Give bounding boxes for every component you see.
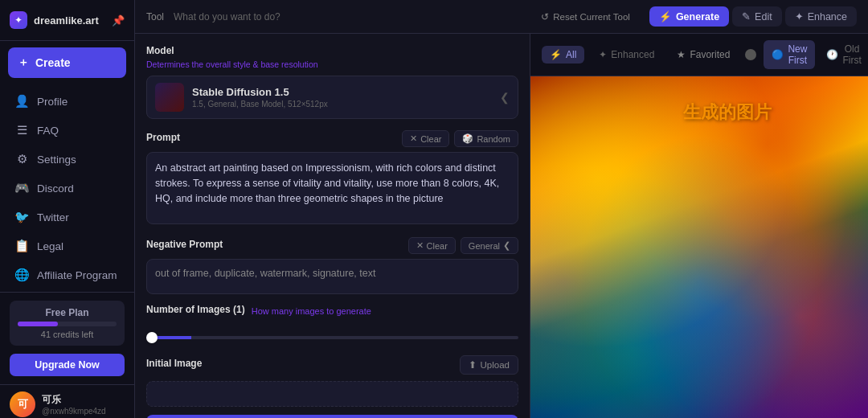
initial-image-section: Initial Image ⬆ Upload xyxy=(146,355,518,407)
sort-old-first-button[interactable]: 🕐 Old First xyxy=(818,40,868,69)
action-tabs: ⚡ Generate ✎ Edit ✦ Enhance xyxy=(649,6,857,27)
sidebar-item-legal[interactable]: 📋 Legal xyxy=(6,232,128,260)
filter-enhanced-button[interactable]: ✦ Enhanced xyxy=(591,46,662,64)
tool-label: Tool xyxy=(146,11,164,23)
prompt-section: Prompt ✕ Clear 🎲 Random An abstract art … xyxy=(146,130,518,227)
new-first-label: New First xyxy=(788,43,807,66)
clear-icon: ✕ xyxy=(410,133,417,144)
enhanced-icon: ✦ xyxy=(599,49,607,60)
discord-icon: 🎮 xyxy=(14,181,29,195)
upgrade-button[interactable]: Upgrade Now xyxy=(10,354,125,376)
sidebar-item-faq[interactable]: ☰ FAQ xyxy=(6,117,128,144)
twitter-icon: 🐦 xyxy=(14,210,29,224)
neg-general-label: General xyxy=(469,241,500,251)
user-handle: @nxwh9kmpe4zd xyxy=(42,407,125,416)
sidebar-item-label: FAQ xyxy=(37,125,59,137)
create-plus-icon: ＋ xyxy=(18,55,29,70)
prompt-clear-label: Clear xyxy=(420,134,441,144)
image-overlay-text: 生成的图片 xyxy=(683,100,772,125)
prompt-random-button[interactable]: 🎲 Random xyxy=(454,130,518,147)
neg-clear-icon: ✕ xyxy=(416,240,424,251)
filter-all-button[interactable]: ⚡ All xyxy=(542,46,584,64)
neg-clear-label: Clear xyxy=(427,241,448,251)
enhance-tab[interactable]: ✦ Enhance xyxy=(785,6,857,27)
sort-new-first-button[interactable]: 🔵 New First xyxy=(764,40,815,69)
initial-image-label: Initial Image xyxy=(146,358,202,369)
sidebar-item-label: Legal xyxy=(37,240,63,252)
create-label: Create xyxy=(35,56,71,69)
generate-icon: ⚡ xyxy=(659,10,672,23)
generate-main-button[interactable]: Generate 1 image (1.0 credit) Ctrl + G xyxy=(146,415,518,418)
enhanced-label: Enhanced xyxy=(611,49,654,60)
affiliate-icon: 🌐 xyxy=(14,268,29,282)
num-images-section: Number of Images (1) How many images to … xyxy=(146,304,518,346)
create-button[interactable]: ＋ Create xyxy=(8,47,126,78)
model-selector[interactable]: Stable Diffusion 1.5 1.5, General, Base … xyxy=(146,76,518,119)
reset-button[interactable]: ↺ Reset Current Tool xyxy=(534,8,637,26)
model-label: Model xyxy=(146,45,518,56)
sidebar-item-discord[interactable]: 🎮 Discord xyxy=(6,174,128,202)
upload-button[interactable]: ⬆ Upload xyxy=(460,355,518,375)
right-panel: ⚡ All ✦ Enhanced ★ Favorited xyxy=(530,34,868,418)
new-first-icon: 🔵 xyxy=(772,49,784,60)
model-info: Stable Diffusion 1.5 1.5, General, Base … xyxy=(192,86,492,109)
main-panel: Tool What do you want to do? ↺ Reset Cur… xyxy=(135,0,868,418)
logo-text: dreamlike.art xyxy=(34,14,99,27)
num-images-slider[interactable] xyxy=(146,336,518,339)
clock-icon: 🕐 xyxy=(826,49,838,60)
negative-prompt-label: Negative Prompt xyxy=(146,239,223,250)
generated-image xyxy=(530,76,868,418)
upload-icon: ⬆ xyxy=(469,359,477,371)
prompt-random-label: Random xyxy=(477,134,510,144)
all-icon: ⚡ xyxy=(550,49,562,60)
image-area: 生成的图片 xyxy=(530,76,868,418)
upload-label: Upload xyxy=(481,360,510,370)
prompt-header: Prompt ✕ Clear 🎲 Random xyxy=(146,130,518,147)
edit-tab-label: Edit xyxy=(755,11,772,23)
credits-bar xyxy=(18,322,58,326)
enhance-tab-label: Enhance xyxy=(808,11,847,23)
user-info: 可乐 @nxwh9kmpe4zd xyxy=(42,393,125,416)
filter-favorited-button[interactable]: ★ Favorited xyxy=(669,46,738,64)
sidebar-item-settings[interactable]: ⚙ Settings xyxy=(6,145,128,173)
prompt-textarea[interactable]: An abstract art painting based on Impres… xyxy=(146,152,518,224)
generate-tab[interactable]: ⚡ Generate xyxy=(649,6,729,27)
neg-general-button[interactable]: General ❮ xyxy=(461,237,518,254)
credits-text: 41 credits left xyxy=(18,330,117,339)
initial-image-dropzone[interactable] xyxy=(146,381,518,407)
sidebar-nav: 👤 Profile ☰ FAQ ⚙ Settings 🎮 Discord 🐦 T… xyxy=(0,84,134,292)
avatar: 可 xyxy=(10,391,35,417)
random-icon: 🎲 xyxy=(462,133,473,144)
favorited-label: Favorited xyxy=(690,49,730,60)
all-label: All xyxy=(566,49,576,60)
image-toolbar: ⚡ All ✦ Enhanced ★ Favorited xyxy=(530,34,868,76)
reset-icon: ↺ xyxy=(541,11,549,23)
pin-icon[interactable]: 📌 xyxy=(112,14,125,27)
neg-clear-button[interactable]: ✕ Clear xyxy=(408,237,456,254)
negative-prompt-area[interactable]: out of frame, duplicate, watermark, sign… xyxy=(146,259,518,294)
sidebar-logo[interactable]: ✦ dreamlike.art 📌 xyxy=(0,0,134,41)
logo-icon: ✦ xyxy=(10,11,27,29)
sidebar-item-label: Affiliate Program xyxy=(37,269,117,281)
model-thumbnail xyxy=(155,83,184,112)
negative-prompt-actions: ✕ Clear General ❮ xyxy=(408,237,518,254)
prompt-clear-button[interactable]: ✕ Clear xyxy=(402,130,449,147)
settings-icon: ⚙ xyxy=(14,152,29,166)
sidebar-item-affiliate[interactable]: 🌐 Affiliate Program xyxy=(6,261,128,289)
plan-section: Free Plan 41 credits left Upgrade Now xyxy=(0,292,134,384)
sidebar-item-twitter[interactable]: 🐦 Twitter xyxy=(6,203,128,231)
edit-tab[interactable]: ✎ Edit xyxy=(732,6,782,27)
left-panel: Model Determines the overall style & bas… xyxy=(135,34,530,418)
credits-bar-container xyxy=(18,322,117,326)
sidebar-item-label: Discord xyxy=(37,182,74,195)
model-name: Stable Diffusion 1.5 xyxy=(192,86,492,98)
initial-image-header: Initial Image ⬆ Upload xyxy=(146,355,518,375)
num-images-header: Number of Images (1) How many images to … xyxy=(146,304,518,318)
prompt-label: Prompt xyxy=(146,132,180,143)
slider-container xyxy=(146,325,518,346)
sidebar: ✦ dreamlike.art 📌 ＋ Create 👤 Profile ☰ F… xyxy=(0,0,135,418)
edit-icon: ✎ xyxy=(742,10,751,23)
how-many-link[interactable]: How many images to generate xyxy=(252,306,371,316)
sidebar-item-label: Profile xyxy=(37,96,68,108)
sidebar-item-profile[interactable]: 👤 Profile xyxy=(6,88,128,115)
